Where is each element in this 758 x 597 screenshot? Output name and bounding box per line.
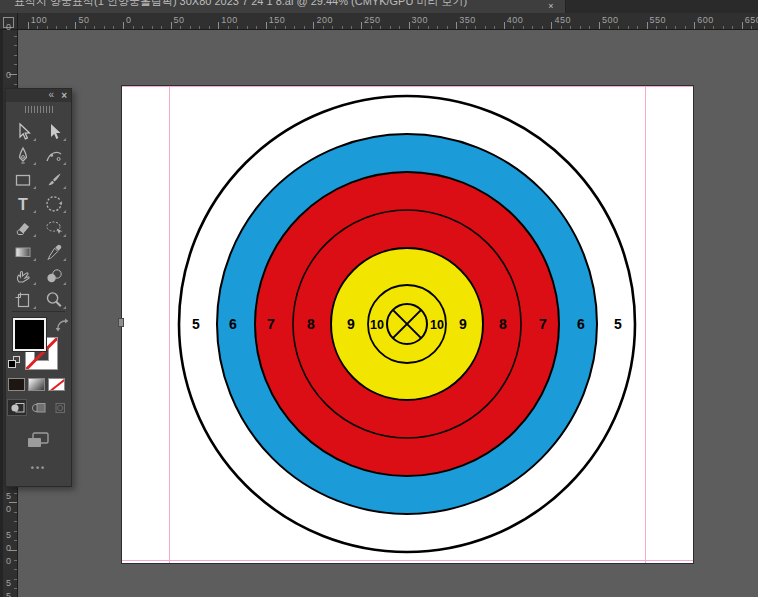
gradient-button[interactable]: [28, 378, 45, 391]
ruler-tick: [637, 26, 638, 29]
direct-selection-tool[interactable]: [39, 120, 70, 144]
gradient-tool[interactable]: [8, 240, 39, 264]
ruler-tick: [561, 26, 562, 29]
paintbrush-tool-icon: [44, 170, 64, 190]
guide-vertical[interactable]: [645, 86, 646, 563]
ring-score-label-10: 10: [430, 318, 444, 332]
pen-tool[interactable]: [8, 144, 39, 168]
ruler-tick: [313, 22, 314, 29]
document-tab-bar: 표적지 양궁표적(1 인양궁올림픽) 30X80 2023 7 24 1 8.a…: [0, 0, 758, 13]
panel-divider: [12, 311, 65, 312]
guide-horizontal[interactable]: [122, 560, 693, 561]
ruler-tick: [56, 26, 57, 29]
ruler-tick: [14, 579, 17, 580]
ruler-tick: [751, 26, 752, 29]
ring-score-label-9: 9: [459, 316, 467, 332]
type-tool[interactable]: T: [8, 192, 39, 216]
shape-builder-tool[interactable]: [39, 264, 70, 288]
ruler-label: 0: [126, 15, 132, 25]
ruler-tick: [466, 26, 467, 29]
ruler-label-digit: 0: [3, 556, 14, 566]
default-fill-stroke-icon[interactable]: [8, 356, 22, 370]
ruler-tick: [342, 26, 343, 29]
zoom-tool[interactable]: [39, 288, 70, 312]
collapse-panel-icon[interactable]: «: [48, 89, 54, 102]
rotate-tool-icon: [44, 194, 64, 214]
ring-score-label-8: 8: [499, 316, 507, 332]
ruler-label: 50: [78, 15, 89, 25]
ruler-tick: [437, 26, 438, 29]
ruler-label: 550: [650, 15, 667, 25]
document-tab-title: 표적지 양궁표적(1 인양궁올림픽) 30X80 2023 7 24 1 8.a…: [14, 0, 467, 11]
ruler-tick: [199, 26, 200, 29]
ring-score-label-9: 9: [347, 316, 355, 332]
horizontal-ruler[interactable]: 1005005010015020025030035040045050055060…: [18, 13, 758, 30]
guide-horizontal[interactable]: [122, 86, 693, 87]
paintbrush-tool[interactable]: [39, 168, 70, 192]
ruler-tick: [14, 84, 17, 85]
artboard-edge-handle: [118, 318, 124, 327]
ruler-tick: [28, 22, 29, 29]
lasso-tool[interactable]: [39, 216, 70, 240]
guide-vertical[interactable]: [169, 86, 170, 563]
panel-grip-handle[interactable]: [25, 106, 53, 113]
ruler-tick: [732, 26, 733, 29]
ruler-tick: [380, 26, 381, 29]
eraser-tool[interactable]: [8, 216, 39, 240]
ruler-tick: [494, 26, 495, 29]
ruler-label-digit: 0: [3, 543, 14, 553]
ruler-tick: [666, 26, 667, 29]
selection-tool[interactable]: [8, 120, 39, 144]
ruler-tick: [570, 26, 571, 29]
ruler-tick: [656, 26, 657, 29]
draw-inside-button[interactable]: [49, 399, 69, 416]
eyedropper-tool[interactable]: [39, 240, 70, 264]
ruler-tick: [285, 26, 286, 29]
ruler-label: 450: [554, 15, 571, 25]
ruler-tick: [294, 26, 295, 29]
color-button[interactable]: [8, 378, 25, 391]
rectangle-tool[interactable]: [8, 168, 39, 192]
ruler-tick: [685, 26, 686, 29]
rotate-view-tool[interactable]: [8, 264, 39, 288]
ruler-label: 600: [697, 15, 714, 25]
ruler-tick: [190, 26, 191, 29]
archery-target: 56789101098765: [122, 86, 693, 563]
ruler-tick: [542, 26, 543, 29]
rotate-tool[interactable]: [39, 192, 70, 216]
ruler-tick: [14, 45, 17, 46]
curvature-tool-icon: [44, 146, 64, 166]
ruler-tick: [332, 26, 333, 29]
rotate-view-tool-icon: [13, 266, 33, 286]
ruler-tick: [218, 22, 219, 29]
ruler-tick: [304, 26, 305, 29]
swap-fill-stroke-icon[interactable]: [55, 318, 69, 332]
ruler-label: 150: [269, 15, 286, 25]
edit-toolbar-ellipsis[interactable]: •••: [6, 463, 71, 473]
artboard-tool[interactable]: [8, 288, 39, 312]
change-screen-mode-button[interactable]: [26, 432, 50, 450]
ruler-tick: [14, 540, 17, 541]
curvature-tool[interactable]: [39, 144, 70, 168]
ruler-label: 50: [174, 15, 185, 25]
ruler-label-digit: 5: [3, 491, 14, 501]
ruler-tick: [152, 26, 153, 29]
svg-text:T: T: [18, 196, 28, 213]
tools-panel-header[interactable]: « ×: [6, 89, 71, 102]
fill-swatch[interactable]: [13, 318, 46, 351]
ruler-tick: [599, 22, 600, 29]
tab-close-icon[interactable]: ×: [545, 0, 557, 13]
ruler-tick: [85, 26, 86, 29]
draw-behind-button[interactable]: [28, 399, 48, 416]
document-tab[interactable]: 표적지 양궁표적(1 인양궁올림픽) 30X80 2023 7 24 1 8.a…: [0, 0, 566, 13]
drawing-modes-row: [7, 399, 71, 417]
ruler-tick: [133, 26, 134, 29]
none-button[interactable]: [48, 378, 65, 391]
ruler-tick: [475, 26, 476, 29]
draw-normal-button[interactable]: [7, 399, 27, 416]
ring-score-label-5: 5: [614, 316, 622, 332]
ruler-label: 650: [745, 15, 758, 25]
selection-tool-icon: [13, 122, 33, 142]
close-panel-icon[interactable]: ×: [61, 89, 67, 102]
ruler-tick: [409, 22, 410, 29]
